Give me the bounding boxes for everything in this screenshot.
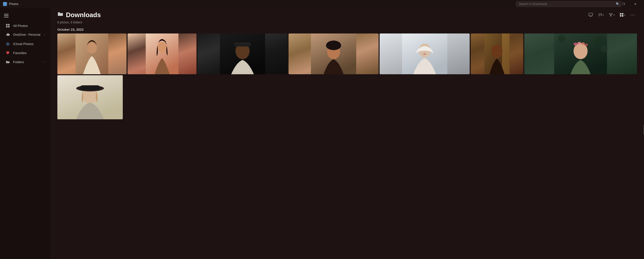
photo-item-6[interactable] bbox=[471, 33, 523, 74]
slideshow-button[interactable] bbox=[586, 11, 595, 19]
svg-point-32 bbox=[492, 45, 503, 58]
svg-rect-5 bbox=[6, 26, 8, 27]
toolbar-actions: ▾ ▾ ▾ ··· bbox=[586, 11, 637, 19]
svg-rect-11 bbox=[622, 13, 623, 15]
date-group-label: October 23, 2023 bbox=[50, 26, 644, 33]
svg-point-18 bbox=[157, 42, 167, 53]
photo-grid bbox=[50, 33, 644, 259]
photo-item-8[interactable] bbox=[57, 75, 123, 119]
photo-count: 8 photos, 6 folders bbox=[50, 21, 644, 26]
svg-point-34 bbox=[558, 35, 566, 42]
sidebar-label-icloud: iCloud Photos bbox=[13, 42, 33, 46]
photo-item-7[interactable] bbox=[524, 33, 637, 74]
all-photos-icon bbox=[6, 23, 10, 28]
svg-point-0 bbox=[4, 3, 5, 4]
svg-rect-6 bbox=[8, 26, 10, 27]
photo-item-2[interactable] bbox=[128, 33, 197, 74]
sort-chevron-icon: ▾ bbox=[602, 14, 604, 16]
svg-rect-31 bbox=[502, 33, 510, 74]
filter-button[interactable]: ▾ bbox=[607, 12, 617, 18]
sidebar-item-folders[interactable]: Folders › bbox=[2, 58, 49, 66]
svg-point-29 bbox=[423, 53, 426, 55]
titlebar: Photos 🔍 Import ⚙ ─ ❐ ✕ bbox=[0, 0, 644, 8]
svg-rect-12 bbox=[620, 15, 621, 17]
search-icon: 🔍 bbox=[616, 2, 620, 6]
icloud-icon bbox=[6, 42, 10, 46]
content-area: Downloads ▾ bbox=[50, 8, 644, 259]
sidebar-item-onedrive[interactable]: OneDrive - Personal › bbox=[2, 30, 49, 39]
titlebar-left: Photos bbox=[3, 2, 18, 6]
photo-item-1[interactable] bbox=[57, 33, 127, 74]
svg-point-35 bbox=[594, 36, 605, 46]
photo-item-3[interactable] bbox=[197, 33, 288, 74]
sidebar-label-all-photos: All Photos bbox=[13, 24, 28, 28]
svg-rect-13 bbox=[622, 15, 623, 17]
svg-point-40 bbox=[581, 42, 585, 45]
photo-item-5[interactable] bbox=[380, 33, 470, 74]
folders-icon bbox=[6, 60, 10, 64]
svg-rect-23 bbox=[233, 45, 252, 46]
app-body: All Photos OneDrive - Personal › iCloud … bbox=[0, 8, 644, 259]
page-title: Downloads bbox=[66, 11, 101, 19]
page-folder-icon bbox=[57, 11, 63, 18]
svg-rect-45 bbox=[80, 85, 100, 90]
svg-point-36 bbox=[601, 45, 608, 52]
svg-point-39 bbox=[578, 42, 581, 44]
titlebar-search-wrap: 🔍 bbox=[516, 1, 622, 7]
onedrive-chevron-icon: › bbox=[44, 33, 45, 36]
hamburger-button[interactable] bbox=[2, 11, 11, 20]
photo-item-4[interactable] bbox=[289, 33, 379, 74]
svg-rect-3 bbox=[6, 24, 8, 25]
close-button[interactable]: ✕ bbox=[629, 0, 641, 8]
view-chevron-icon: ▾ bbox=[624, 14, 625, 16]
sort-button[interactable]: ▾ bbox=[596, 12, 606, 18]
hamburger-line-2 bbox=[4, 15, 9, 16]
search-input[interactable] bbox=[516, 1, 622, 7]
sidebar-label-folders: Folders bbox=[13, 60, 24, 64]
svg-point-41 bbox=[585, 44, 588, 46]
sidebar-label-onedrive: OneDrive - Personal bbox=[13, 33, 41, 36]
sidebar-item-icloud[interactable]: iCloud Photos bbox=[2, 40, 49, 48]
onedrive-icon bbox=[6, 32, 10, 37]
svg-point-8 bbox=[7, 44, 8, 45]
svg-rect-9 bbox=[589, 13, 592, 16]
favorites-icon bbox=[6, 51, 10, 55]
photo-row-1 bbox=[57, 33, 637, 74]
hamburger-line-3 bbox=[4, 17, 9, 17]
filter-chevron-icon: ▾ bbox=[613, 14, 615, 16]
view-button[interactable]: ▾ bbox=[618, 12, 627, 18]
sidebar-label-favorites: Favorites bbox=[13, 51, 26, 55]
svg-rect-10 bbox=[620, 13, 621, 15]
svg-point-2 bbox=[4, 4, 5, 5]
svg-point-38 bbox=[574, 43, 578, 46]
sidebar-item-favorites[interactable]: Favorites bbox=[2, 49, 49, 57]
more-options-button[interactable]: ··· bbox=[628, 11, 637, 19]
hamburger-line-1 bbox=[4, 14, 9, 14]
sidebar-item-all-photos[interactable]: All Photos bbox=[2, 21, 49, 30]
sidebar: All Photos OneDrive - Personal › iCloud … bbox=[0, 8, 50, 259]
content-toolbar: Downloads ▾ bbox=[50, 8, 644, 21]
svg-rect-4 bbox=[8, 24, 10, 25]
app-title: Photos bbox=[9, 2, 18, 6]
app-icon bbox=[3, 2, 7, 6]
page-title-wrap: Downloads bbox=[57, 11, 101, 19]
svg-point-1 bbox=[5, 3, 6, 4]
photo-row-2 bbox=[57, 75, 637, 119]
folders-chevron-icon: › bbox=[44, 61, 45, 63]
